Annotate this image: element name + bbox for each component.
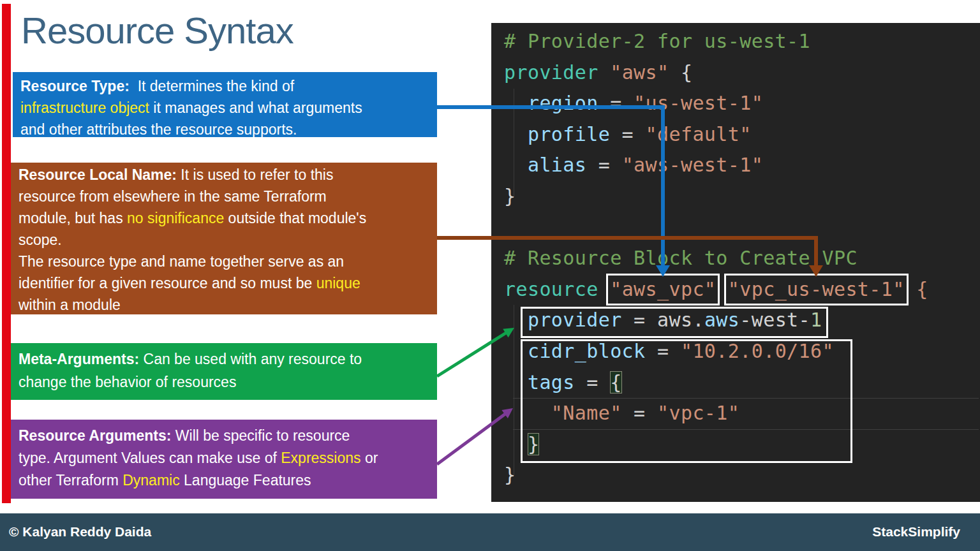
code-token: "default" [646, 123, 752, 145]
code-token: "vpc_us-west-1" [728, 278, 905, 300]
code-token: "aws-west-1" [622, 154, 764, 176]
code-token: { [610, 371, 621, 393]
code-token: } [504, 185, 516, 207]
callout-resource-local-name: Resource Local Name: It is used to refer… [11, 163, 437, 314]
code-token: } [528, 433, 539, 455]
code-token: = [646, 340, 681, 362]
code-token: aws. [657, 309, 704, 331]
code-token [598, 61, 610, 84]
code-token: { [916, 278, 928, 300]
callout-text-segment: Expressions [281, 450, 360, 466]
code-token: alias [504, 154, 586, 176]
code-token: "aws_vpc" [610, 278, 716, 300]
code-token: cidr_block [504, 340, 646, 362]
footer-brand: StackSimplify [872, 524, 960, 540]
code-token: = [575, 371, 610, 393]
callout-text-segment: It determines the kind of [130, 78, 294, 94]
callout-resource-type: Resource Type: It determines the kind of… [13, 72, 437, 137]
code-token [504, 433, 528, 455]
code-line: } [504, 460, 928, 491]
code-token: provider [504, 61, 598, 84]
code-line: provider "aws" { [504, 57, 928, 89]
code-token: { [669, 61, 692, 84]
callout-resource-arguments: Resource Arguments: Will be specific to … [11, 420, 437, 499]
code-line: # Resource Block to Create VPC [504, 243, 928, 274]
code-line: provider = aws.aws-west-1 [504, 305, 928, 336]
code-line: } [504, 429, 928, 460]
code-line: alias = "aws-west-1" [504, 150, 928, 181]
callout-text-segment: infrastructure object [20, 99, 149, 116]
code-line: profile = "default" [504, 119, 928, 151]
callout-text-segment: within a module [19, 297, 121, 313]
callout-text-segment: Dynamic [122, 472, 179, 489]
code-token: 1 [810, 309, 822, 331]
code-line: # Provider-2 for us-west-1 [504, 26, 928, 57]
code-line: tags = { [504, 367, 928, 399]
code-line [504, 212, 928, 244]
code-token: = [622, 402, 657, 424]
code-token: } [504, 464, 516, 486]
code-token: region [504, 92, 598, 114]
code-token: "Name" [504, 402, 622, 424]
code-token: = [598, 92, 634, 114]
code-editor-panel: # Provider-2 for us-west-1provider "aws"… [491, 23, 980, 502]
callout-text-segment: Resource Type: [20, 78, 130, 94]
code-lines: # Provider-2 for us-west-1provider "aws"… [504, 26, 928, 491]
code-token: = [586, 154, 621, 176]
code-token: = [610, 123, 645, 145]
code-token: "10.2.0.0/16" [681, 340, 834, 362]
code-line: cidr_block = "10.2.0.0/16" [504, 336, 928, 367]
code-line: "Name" = "vpc-1" [504, 398, 928, 429]
footer-copyright: © Kalyan Reddy Daida [9, 524, 151, 540]
code-line: } [504, 181, 928, 212]
code-token: -west- [739, 309, 810, 331]
code-token: provider [504, 309, 622, 331]
code-token [716, 278, 727, 300]
left-accent-bar [2, 4, 11, 503]
callout-text-segment: unique [316, 275, 360, 291]
code-token: "aws" [610, 61, 669, 84]
callout-text-segment: Language Features [180, 472, 311, 489]
code-token: "vpc-1" [657, 402, 739, 424]
callout-text-segment: Resource Local Name: [19, 166, 177, 183]
slide: Resource Syntax Resource Type: It determ… [0, 0, 980, 551]
callout-text-segment: Meta-Arguments: [19, 351, 139, 367]
code-token: # Provider-2 for us-west-1 [504, 30, 810, 52]
code-token: = [622, 309, 657, 331]
callout-meta-arguments: Meta-Arguments: Can be used with any res… [11, 343, 437, 400]
code-token: aws [704, 309, 739, 331]
code-line: region = "us-west-1" [504, 88, 928, 119]
callout-text-segment: no significance [127, 210, 224, 226]
page-title: Resource Syntax [21, 9, 293, 52]
code-token: "us-west-1" [634, 92, 763, 114]
code-token [905, 278, 916, 300]
callout-text-segment: Resource Arguments: [19, 427, 171, 444]
footer-bar: © Kalyan Reddy Daida StackSimplify [0, 513, 980, 551]
code-token: profile [504, 123, 610, 145]
code-token: # Resource Block to Create VPC [504, 247, 858, 269]
code-token: resource [504, 278, 598, 300]
code-token: tags [504, 371, 575, 393]
code-line: resource "aws_vpc" "vpc_us-west-1" { [504, 274, 928, 305]
code-token [598, 278, 610, 300]
